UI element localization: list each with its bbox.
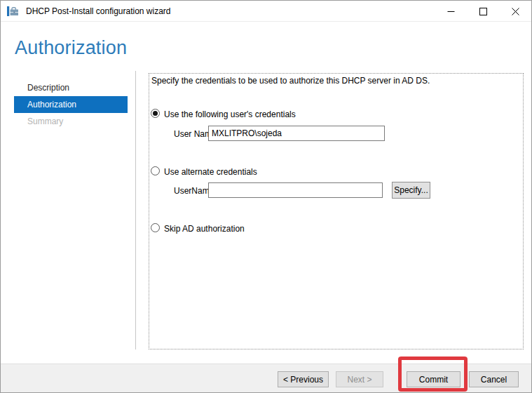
sidebar-divider xyxy=(135,71,136,349)
next-button[interactable]: Next > xyxy=(336,371,383,387)
sidebar-item-authorization[interactable]: Authorization xyxy=(14,96,128,113)
maximize-button[interactable] xyxy=(467,1,499,22)
radio-use-following-credentials-label[interactable]: Use the following user's credentials xyxy=(164,109,296,119)
sidebar-item-description[interactable]: Description xyxy=(14,79,128,96)
radio-skip-ad-authorization[interactable] xyxy=(151,223,160,232)
previous-button[interactable]: < Previous xyxy=(278,371,329,387)
radio-use-alternate-credentials-label[interactable]: Use alternate credentials xyxy=(164,167,257,177)
minimize-icon xyxy=(447,8,455,15)
alternate-username-input[interactable] xyxy=(208,182,383,198)
radio-use-following-credentials[interactable] xyxy=(151,109,160,118)
titlebar: DHCP Post-Install configuration wizard xyxy=(1,1,531,22)
cancel-button[interactable]: Cancel xyxy=(469,371,519,387)
instruction-text: Specify the credentials to be used to au… xyxy=(151,76,516,86)
server-manager-toolbox-icon xyxy=(7,6,19,17)
user-name-input[interactable] xyxy=(208,126,385,141)
radio-skip-ad-authorization-label[interactable]: Skip AD authorization xyxy=(164,224,245,234)
minimize-button[interactable] xyxy=(435,1,467,22)
close-icon xyxy=(512,8,519,15)
page-title: Authorization xyxy=(15,37,127,59)
commit-button[interactable]: Commit xyxy=(407,371,461,387)
sidebar-item-summary: Summary xyxy=(14,113,128,130)
radio-use-alternate-credentials[interactable] xyxy=(151,166,160,175)
window-controls xyxy=(435,1,531,22)
maximize-icon xyxy=(479,8,487,15)
wizard-window: DHCP Post-Install configuration wizard A… xyxy=(0,0,532,393)
specify-button[interactable]: Specify... xyxy=(392,182,430,199)
window-title: DHCP Post-Install configuration wizard xyxy=(26,6,171,16)
close-button[interactable] xyxy=(499,1,531,22)
